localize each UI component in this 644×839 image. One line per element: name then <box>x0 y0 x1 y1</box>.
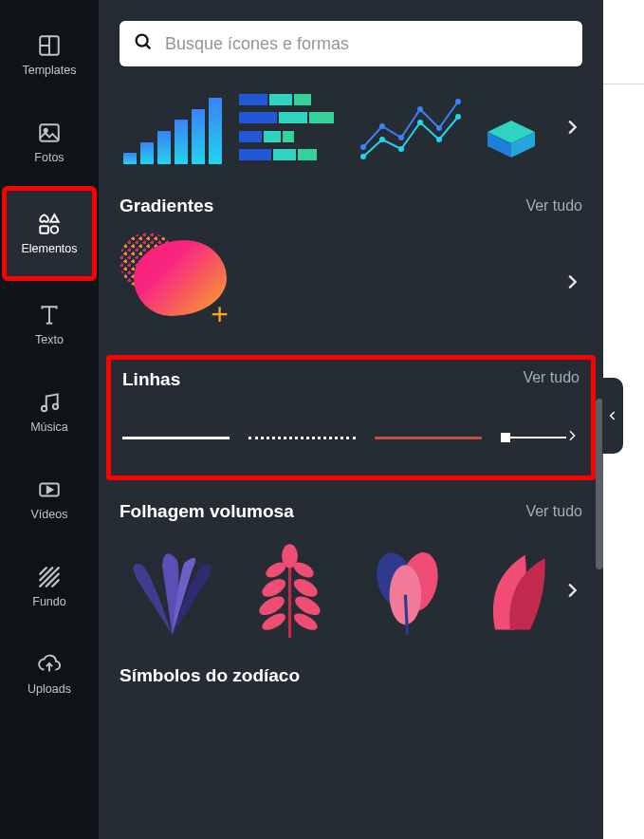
svg-point-21 <box>398 135 404 140</box>
sidebar: Templates Fotos Elementos Text <box>0 0 99 839</box>
svg-line-18 <box>146 45 150 48</box>
svg-point-22 <box>417 106 423 112</box>
element-3d-chart[interactable] <box>478 94 544 160</box>
sidebar-item-label: Fotos <box>34 151 64 164</box>
search-input-wrap[interactable] <box>120 21 582 66</box>
see-all-link[interactable]: Ver tudo <box>523 369 580 390</box>
uploads-icon <box>37 652 62 677</box>
svg-point-10 <box>53 404 58 409</box>
svg-point-20 <box>379 123 385 129</box>
sidebar-item-elements[interactable]: Elementos <box>2 186 97 281</box>
section-charts <box>120 80 582 175</box>
sidebar-item-text[interactable]: Texto <box>2 281 97 368</box>
photos-icon <box>37 121 62 145</box>
svg-point-28 <box>417 120 423 125</box>
elements-panel: Gradientes Ver tudo + <box>99 0 603 839</box>
section-gradients: Gradientes Ver tudo + <box>120 196 582 334</box>
see-all-link[interactable]: Ver tudo <box>525 503 582 520</box>
svg-line-12 <box>40 568 46 574</box>
sidebar-item-music[interactable]: Música <box>2 368 97 456</box>
section-title: Símbolos do zodíaco <box>120 665 300 686</box>
svg-line-47 <box>405 595 407 635</box>
charts-carousel <box>120 80 582 175</box>
svg-line-15 <box>46 574 59 587</box>
background-icon <box>37 565 62 589</box>
foliage-carousel <box>120 535 582 644</box>
svg-point-27 <box>398 146 404 152</box>
carousel-next-button[interactable] <box>558 268 586 296</box>
videos-icon <box>37 477 62 502</box>
element-foliage-2[interactable] <box>237 538 341 643</box>
element-line-chart[interactable] <box>359 90 465 164</box>
sidebar-item-label: Texto <box>35 333 64 346</box>
music-icon <box>37 390 62 415</box>
svg-point-43 <box>282 544 298 568</box>
svg-line-13 <box>40 568 52 580</box>
sidebar-item-label: Música <box>30 420 68 434</box>
svg-line-16 <box>52 580 59 587</box>
svg-point-37 <box>259 575 288 600</box>
sidebar-item-label: Elementos <box>21 242 77 255</box>
element-line-arrow[interactable] <box>501 428 580 447</box>
canvas-area <box>603 0 644 839</box>
elements-icon <box>37 212 62 236</box>
see-all-link[interactable]: Ver tudo <box>525 197 582 214</box>
gradients-carousel: + <box>120 230 582 334</box>
section-zodiac: Símbolos do zodíaco <box>120 665 582 686</box>
lines-carousel <box>122 428 580 447</box>
element-line-rough[interactable] <box>375 437 482 439</box>
search-icon <box>133 31 154 56</box>
sidebar-item-label: Uploads <box>28 682 71 696</box>
section-title: Folhagem volumosa <box>120 501 294 522</box>
element-foliage-3[interactable] <box>355 538 459 643</box>
sidebar-item-label: Templates <box>23 64 77 77</box>
section-title: Linhas <box>122 369 180 390</box>
svg-point-4 <box>45 129 47 132</box>
element-bar-chart[interactable] <box>120 90 226 164</box>
element-stacked-bar-chart[interactable] <box>239 90 345 164</box>
section-title: Gradientes <box>120 196 213 216</box>
templates-icon <box>37 33 62 58</box>
carousel-next-button[interactable] <box>558 576 586 605</box>
element-line-dotted[interactable] <box>248 437 356 439</box>
svg-rect-5 <box>40 226 48 233</box>
toolbar-divider <box>603 84 644 84</box>
svg-point-30 <box>455 114 461 120</box>
svg-point-6 <box>51 226 59 233</box>
collapse-panel-button[interactable] <box>602 378 623 454</box>
sidebar-item-label: Vídeos <box>31 508 68 521</box>
svg-point-38 <box>290 575 320 600</box>
svg-point-25 <box>360 154 366 159</box>
section-lines: Linhas Ver tudo <box>120 355 582 480</box>
element-foliage-1[interactable] <box>120 538 224 643</box>
sidebar-item-background[interactable]: Fundo <box>2 543 97 630</box>
search-input[interactable] <box>165 34 569 54</box>
svg-point-9 <box>42 406 46 411</box>
element-line-solid[interactable] <box>122 437 230 439</box>
svg-point-26 <box>379 137 385 142</box>
sidebar-item-label: Fundo <box>32 595 65 608</box>
arrow-head-icon <box>564 428 580 447</box>
svg-point-17 <box>137 35 148 47</box>
svg-point-23 <box>436 125 442 131</box>
svg-point-19 <box>360 144 366 150</box>
sidebar-item-templates[interactable]: Templates <box>2 11 97 99</box>
element-gradient-blob[interactable]: + <box>120 233 229 332</box>
sidebar-item-photos[interactable]: Fotos <box>2 99 97 186</box>
svg-point-24 <box>455 99 461 104</box>
plus-icon: + <box>211 297 229 332</box>
sidebar-item-uploads[interactable]: Uploads <box>2 630 97 718</box>
svg-point-29 <box>436 137 442 142</box>
text-icon <box>37 303 62 327</box>
carousel-next-button[interactable] <box>558 113 586 141</box>
section-foliage: Folhagem volumosa Ver tudo <box>120 501 582 644</box>
svg-rect-3 <box>40 124 59 140</box>
chevron-left-icon <box>606 409 619 422</box>
sidebar-item-videos[interactable]: Vídeos <box>2 456 97 543</box>
